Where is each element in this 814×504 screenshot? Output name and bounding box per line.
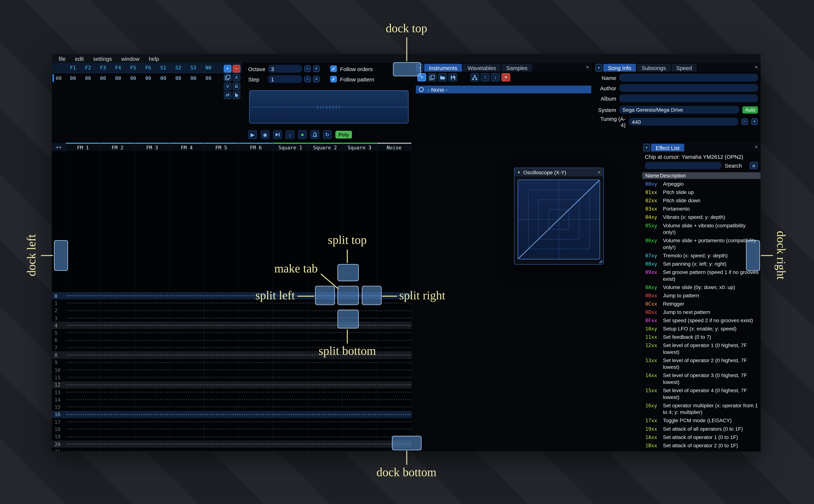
play-button[interactable]: ▶ (248, 130, 257, 139)
order-edit-mode-button[interactable] (233, 91, 240, 99)
instruments-tab[interactable]: Wavetables (463, 64, 501, 71)
orders-row[interactable]: 00 00000000000000000000 (52, 74, 242, 82)
effect-row[interactable]: 07xy Tremolo (x: speed; y: depth) (645, 252, 761, 260)
effect-row[interactable]: 08xy Set panning (x: left; y: right) (645, 260, 761, 268)
dock-target-top[interactable] (393, 62, 421, 76)
instrument-duplicate-button[interactable] (428, 73, 437, 81)
effect-row[interactable]: 0Dxx Jump to next pattern (645, 308, 761, 316)
instrument-list-item-none[interactable]: - None - (416, 86, 591, 93)
order-move-up-button[interactable]: ∧ (233, 74, 240, 81)
channel-header[interactable]: FM 6 (239, 143, 273, 151)
instruments-tab[interactable]: Instruments (424, 64, 462, 71)
close-icon[interactable]: × (586, 64, 589, 70)
poly-button[interactable]: Poly (335, 131, 352, 139)
metronome-button[interactable] (310, 130, 319, 139)
split-target-bottom[interactable] (337, 310, 359, 328)
effect-row[interactable]: 1Bxx Set attack of operator 2 (0 to 1F) (645, 442, 761, 450)
effect-row[interactable]: 0Cxx Retrigger (645, 300, 761, 308)
channel-header[interactable]: Square 2 (308, 143, 343, 151)
pattern-row[interactable]: 17 (52, 418, 412, 426)
step-input[interactable]: 1 (268, 75, 302, 83)
instrument-folders-button[interactable] (471, 73, 479, 81)
song-info-tab[interactable]: Speed (672, 64, 697, 71)
orders-cell[interactable]: 00 (201, 75, 216, 81)
play-pattern-button[interactable]: ◉ (261, 130, 269, 139)
channel-header[interactable]: FM 3 (135, 143, 170, 151)
tuning-input[interactable]: 440 (629, 118, 738, 125)
effect-row[interactable]: 17xx Toggle PCM mode (LEGACY) (645, 417, 761, 425)
channel-header[interactable]: Noise (377, 143, 412, 151)
effect-search-input[interactable] (645, 162, 722, 169)
effect-row[interactable]: 11xx Set feedback (0 to 7) (645, 333, 761, 341)
effect-row[interactable]: 0Bxx Jump to pattern (645, 292, 761, 300)
channel-header[interactable]: FM 4 (170, 143, 204, 151)
channel-header[interactable]: FM 1 (66, 143, 101, 151)
instrument-save-button[interactable] (449, 73, 457, 81)
menu-item[interactable]: settings (88, 55, 117, 62)
order-move-down-button[interactable]: ∨ (224, 83, 231, 90)
orders-cell[interactable]: 00 (156, 75, 171, 81)
song-info-tab[interactable]: Song Info (603, 64, 636, 71)
pattern-row[interactable]: 18 (52, 426, 412, 433)
resize-grip[interactable] (599, 259, 602, 263)
step-forward-button[interactable] (273, 130, 282, 139)
pattern-row[interactable]: 20 (52, 440, 412, 448)
effect-row[interactable]: 04xy Vibrato (x: speed; y: depth) (645, 213, 761, 221)
order-jump-button[interactable]: ⇊ (233, 83, 240, 90)
make-tab-target[interactable] (337, 286, 359, 305)
pattern-row[interactable]: 21 (52, 448, 412, 451)
panel-menu-button[interactable]: ▾ (643, 144, 650, 151)
collapse-icon[interactable]: ▼ (517, 170, 521, 174)
orders-cell[interactable]: 00 (95, 75, 111, 81)
step-increase-button[interactable]: + (313, 76, 320, 83)
pattern-row[interactable]: 12 (52, 381, 412, 389)
octave-decrease-button[interactable]: − (304, 65, 311, 72)
split-target-right[interactable] (362, 286, 381, 305)
orders-cell[interactable]: 00 (171, 75, 186, 81)
menu-item[interactable]: help (144, 55, 164, 62)
tuning-increase-button[interactable]: + (751, 118, 758, 125)
pattern-row[interactable]: 19 (52, 433, 412, 440)
effect-row[interactable]: 0Axy Volume slide (0y: down; x0: up) (645, 283, 761, 292)
instrument-move-down-button[interactable]: ↓ (491, 73, 500, 81)
channel-header[interactable]: FM 2 (100, 143, 135, 151)
record-button[interactable]: ● (298, 130, 307, 139)
effect-row[interactable]: 03xx Portamento (645, 205, 761, 213)
pattern-row[interactable]: 9 (52, 359, 412, 366)
channel-header[interactable]: FM 5 (204, 143, 239, 151)
orders-cell[interactable]: 00 (141, 75, 156, 81)
name-input[interactable] (619, 74, 758, 81)
effect-row[interactable]: 10xy Setup LFO (x: enable; y: speed) (645, 325, 761, 333)
effect-row[interactable]: 1Axx Set attack of operator 1 (0 to 1F) (645, 433, 761, 442)
pattern-row[interactable]: 6 (52, 337, 412, 344)
pattern-row[interactable]: 15 (52, 403, 412, 411)
album-input[interactable] (619, 95, 758, 102)
effect-row[interactable]: 16xy Set operator multiplier (x: operato… (645, 402, 761, 417)
dock-target-bottom[interactable] (392, 436, 422, 450)
pattern-expand-button[interactable]: ++ (52, 143, 66, 151)
orders-cell[interactable]: 00 (65, 75, 81, 81)
effect-row[interactable]: 14xx Set level of operator 3 (0 highest,… (645, 371, 761, 386)
split-target-left[interactable] (315, 286, 335, 305)
follow-orders-checkbox[interactable]: ✓ (330, 65, 337, 72)
effect-list-tab[interactable]: Effect List (651, 144, 684, 151)
effect-row[interactable]: 12xx Set level of operator 1 (0 highest,… (645, 341, 761, 356)
pattern-row[interactable]: 13 (52, 389, 412, 396)
panel-menu-button[interactable]: ▾ (595, 64, 602, 71)
effect-row[interactable]: 0Fxx Set speed (speed 2 if no grooves ex… (645, 316, 761, 325)
follow-pattern-checkbox[interactable]: ✓ (330, 76, 337, 83)
effect-row[interactable]: 06xy Volume slide + portamento (compatib… (645, 237, 761, 252)
oscilloscope-window[interactable]: ▼ Oscilloscope (X-Y) × (514, 168, 604, 265)
menu-item[interactable]: file (54, 55, 70, 62)
effect-row[interactable]: 02xx Pitch slide down (645, 197, 761, 205)
split-target-top[interactable] (337, 264, 359, 281)
instruments-tab[interactable]: Samples (502, 64, 532, 71)
close-icon[interactable]: × (755, 64, 758, 70)
orders-cell[interactable]: 00 (81, 75, 96, 81)
effect-row[interactable]: 19xx Set attack of all operators (0 to 1… (645, 425, 761, 433)
effect-row[interactable]: 00xy Arpeggio (645, 180, 761, 188)
menu-item[interactable]: edit (70, 55, 88, 62)
orders-cell[interactable]: 00 (111, 75, 126, 81)
effect-row[interactable]: 1Cxx Set attack of operator 3 (0 to 1F) (645, 450, 761, 451)
close-icon[interactable]: × (755, 144, 758, 150)
